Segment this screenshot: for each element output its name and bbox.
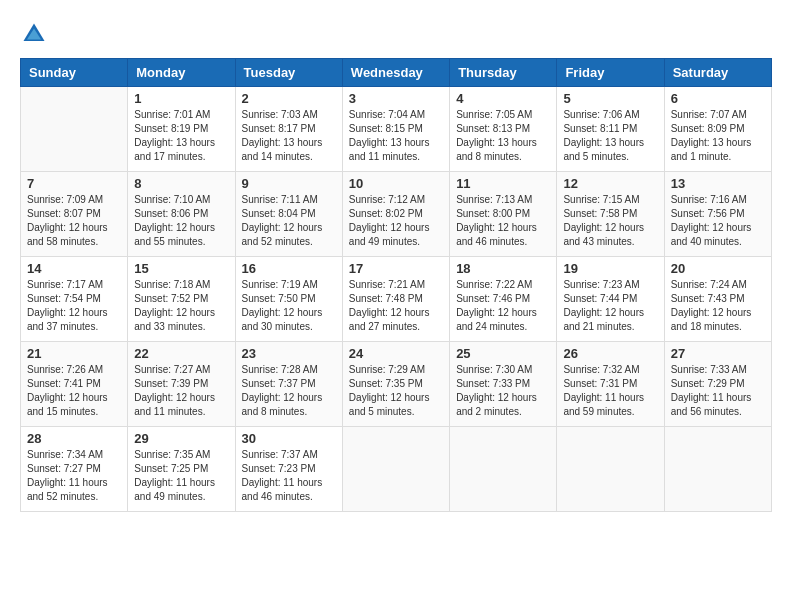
weekday-header-row: SundayMondayTuesdayWednesdayThursdayFrid… [21,59,772,87]
calendar-cell [21,87,128,172]
calendar-cell: 16Sunrise: 7:19 AM Sunset: 7:50 PM Dayli… [235,257,342,342]
calendar-cell: 15Sunrise: 7:18 AM Sunset: 7:52 PM Dayli… [128,257,235,342]
logo [20,20,52,48]
calendar-cell: 14Sunrise: 7:17 AM Sunset: 7:54 PM Dayli… [21,257,128,342]
day-number: 16 [242,261,336,276]
day-number: 3 [349,91,443,106]
cell-info: Sunrise: 7:28 AM Sunset: 7:37 PM Dayligh… [242,363,336,419]
day-number: 8 [134,176,228,191]
cell-info: Sunrise: 7:22 AM Sunset: 7:46 PM Dayligh… [456,278,550,334]
calendar-cell: 28Sunrise: 7:34 AM Sunset: 7:27 PM Dayli… [21,427,128,512]
calendar-cell: 22Sunrise: 7:27 AM Sunset: 7:39 PM Dayli… [128,342,235,427]
calendar-cell: 18Sunrise: 7:22 AM Sunset: 7:46 PM Dayli… [450,257,557,342]
calendar-cell: 10Sunrise: 7:12 AM Sunset: 8:02 PM Dayli… [342,172,449,257]
week-row-4: 21Sunrise: 7:26 AM Sunset: 7:41 PM Dayli… [21,342,772,427]
calendar-cell: 30Sunrise: 7:37 AM Sunset: 7:23 PM Dayli… [235,427,342,512]
weekday-tuesday: Tuesday [235,59,342,87]
calendar-cell: 24Sunrise: 7:29 AM Sunset: 7:35 PM Dayli… [342,342,449,427]
day-number: 13 [671,176,765,191]
day-number: 24 [349,346,443,361]
calendar-body: 1Sunrise: 7:01 AM Sunset: 8:19 PM Daylig… [21,87,772,512]
calendar-cell: 12Sunrise: 7:15 AM Sunset: 7:58 PM Dayli… [557,172,664,257]
page-header [20,20,772,48]
cell-info: Sunrise: 7:15 AM Sunset: 7:58 PM Dayligh… [563,193,657,249]
calendar-cell: 2Sunrise: 7:03 AM Sunset: 8:17 PM Daylig… [235,87,342,172]
day-number: 9 [242,176,336,191]
cell-info: Sunrise: 7:13 AM Sunset: 8:00 PM Dayligh… [456,193,550,249]
week-row-1: 1Sunrise: 7:01 AM Sunset: 8:19 PM Daylig… [21,87,772,172]
day-number: 21 [27,346,121,361]
cell-info: Sunrise: 7:26 AM Sunset: 7:41 PM Dayligh… [27,363,121,419]
cell-info: Sunrise: 7:06 AM Sunset: 8:11 PM Dayligh… [563,108,657,164]
calendar-cell: 17Sunrise: 7:21 AM Sunset: 7:48 PM Dayli… [342,257,449,342]
day-number: 12 [563,176,657,191]
cell-info: Sunrise: 7:34 AM Sunset: 7:27 PM Dayligh… [27,448,121,504]
day-number: 5 [563,91,657,106]
calendar-cell: 20Sunrise: 7:24 AM Sunset: 7:43 PM Dayli… [664,257,771,342]
day-number: 23 [242,346,336,361]
cell-info: Sunrise: 7:27 AM Sunset: 7:39 PM Dayligh… [134,363,228,419]
cell-info: Sunrise: 7:17 AM Sunset: 7:54 PM Dayligh… [27,278,121,334]
day-number: 19 [563,261,657,276]
cell-info: Sunrise: 7:12 AM Sunset: 8:02 PM Dayligh… [349,193,443,249]
day-number: 2 [242,91,336,106]
cell-info: Sunrise: 7:03 AM Sunset: 8:17 PM Dayligh… [242,108,336,164]
week-row-2: 7Sunrise: 7:09 AM Sunset: 8:07 PM Daylig… [21,172,772,257]
cell-info: Sunrise: 7:18 AM Sunset: 7:52 PM Dayligh… [134,278,228,334]
day-number: 1 [134,91,228,106]
day-number: 20 [671,261,765,276]
cell-info: Sunrise: 7:33 AM Sunset: 7:29 PM Dayligh… [671,363,765,419]
day-number: 30 [242,431,336,446]
day-number: 10 [349,176,443,191]
calendar-cell [557,427,664,512]
cell-info: Sunrise: 7:23 AM Sunset: 7:44 PM Dayligh… [563,278,657,334]
calendar-cell: 21Sunrise: 7:26 AM Sunset: 7:41 PM Dayli… [21,342,128,427]
calendar-cell: 3Sunrise: 7:04 AM Sunset: 8:15 PM Daylig… [342,87,449,172]
weekday-monday: Monday [128,59,235,87]
calendar-cell: 5Sunrise: 7:06 AM Sunset: 8:11 PM Daylig… [557,87,664,172]
cell-info: Sunrise: 7:10 AM Sunset: 8:06 PM Dayligh… [134,193,228,249]
cell-info: Sunrise: 7:29 AM Sunset: 7:35 PM Dayligh… [349,363,443,419]
cell-info: Sunrise: 7:32 AM Sunset: 7:31 PM Dayligh… [563,363,657,419]
calendar-cell: 23Sunrise: 7:28 AM Sunset: 7:37 PM Dayli… [235,342,342,427]
week-row-3: 14Sunrise: 7:17 AM Sunset: 7:54 PM Dayli… [21,257,772,342]
day-number: 27 [671,346,765,361]
cell-info: Sunrise: 7:19 AM Sunset: 7:50 PM Dayligh… [242,278,336,334]
calendar-cell: 11Sunrise: 7:13 AM Sunset: 8:00 PM Dayli… [450,172,557,257]
day-number: 18 [456,261,550,276]
day-number: 26 [563,346,657,361]
weekday-sunday: Sunday [21,59,128,87]
day-number: 7 [27,176,121,191]
cell-info: Sunrise: 7:11 AM Sunset: 8:04 PM Dayligh… [242,193,336,249]
calendar-cell: 4Sunrise: 7:05 AM Sunset: 8:13 PM Daylig… [450,87,557,172]
cell-info: Sunrise: 7:16 AM Sunset: 7:56 PM Dayligh… [671,193,765,249]
day-number: 17 [349,261,443,276]
day-number: 11 [456,176,550,191]
day-number: 6 [671,91,765,106]
weekday-saturday: Saturday [664,59,771,87]
calendar-cell: 19Sunrise: 7:23 AM Sunset: 7:44 PM Dayli… [557,257,664,342]
calendar: SundayMondayTuesdayWednesdayThursdayFrid… [20,58,772,512]
weekday-wednesday: Wednesday [342,59,449,87]
weekday-friday: Friday [557,59,664,87]
calendar-cell: 6Sunrise: 7:07 AM Sunset: 8:09 PM Daylig… [664,87,771,172]
cell-info: Sunrise: 7:35 AM Sunset: 7:25 PM Dayligh… [134,448,228,504]
calendar-cell: 8Sunrise: 7:10 AM Sunset: 8:06 PM Daylig… [128,172,235,257]
calendar-cell: 7Sunrise: 7:09 AM Sunset: 8:07 PM Daylig… [21,172,128,257]
day-number: 28 [27,431,121,446]
day-number: 14 [27,261,121,276]
cell-info: Sunrise: 7:05 AM Sunset: 8:13 PM Dayligh… [456,108,550,164]
cell-info: Sunrise: 7:21 AM Sunset: 7:48 PM Dayligh… [349,278,443,334]
calendar-cell: 25Sunrise: 7:30 AM Sunset: 7:33 PM Dayli… [450,342,557,427]
cell-info: Sunrise: 7:37 AM Sunset: 7:23 PM Dayligh… [242,448,336,504]
cell-info: Sunrise: 7:04 AM Sunset: 8:15 PM Dayligh… [349,108,443,164]
calendar-cell [664,427,771,512]
cell-info: Sunrise: 7:24 AM Sunset: 7:43 PM Dayligh… [671,278,765,334]
day-number: 29 [134,431,228,446]
day-number: 4 [456,91,550,106]
calendar-cell: 9Sunrise: 7:11 AM Sunset: 8:04 PM Daylig… [235,172,342,257]
week-row-5: 28Sunrise: 7:34 AM Sunset: 7:27 PM Dayli… [21,427,772,512]
day-number: 15 [134,261,228,276]
cell-info: Sunrise: 7:01 AM Sunset: 8:19 PM Dayligh… [134,108,228,164]
logo-icon [20,20,48,48]
